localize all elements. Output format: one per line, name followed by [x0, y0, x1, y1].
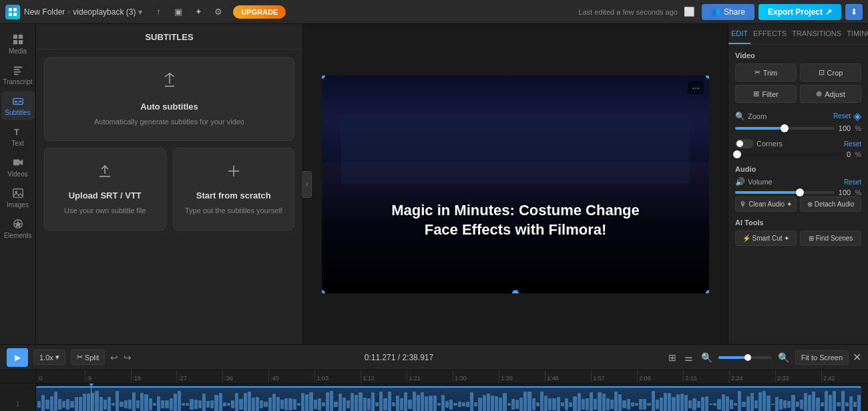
tab-timing[interactable]: TIMING — [844, 24, 868, 44]
folder-name[interactable]: New Folder — [24, 7, 65, 17]
undo-button[interactable]: ↩ — [110, 352, 118, 363]
monitor-icon[interactable]: ▣ — [170, 4, 186, 20]
corner-handle-br[interactable] — [706, 290, 709, 293]
zoom-reset[interactable]: Reset — [833, 112, 851, 120]
adjust-button[interactable]: ⊕ Adjust — [800, 85, 861, 103]
sidebar-item-transcript[interactable]: Transcript — [1, 60, 35, 90]
share-button[interactable]: 👥 Share — [702, 4, 754, 20]
audio-section: Audio 🔊 Volume Reset 10 — [735, 165, 861, 212]
timeline-track[interactable]: // Generate waveform bars const wf = doc… — [36, 384, 868, 411]
sparkle-icon[interactable]: ✦ — [190, 4, 206, 20]
crop-button[interactable]: ⊡ Crop — [800, 63, 861, 82]
zoom-thumb[interactable] — [744, 354, 751, 361]
volume-track[interactable] — [735, 191, 835, 194]
smart-cut-button[interactable]: ⚡ Smart Cut ✦ — [735, 231, 797, 246]
chevron-down-icon[interactable]: ▾ — [138, 7, 142, 17]
upload-icon[interactable]: ↑ — [150, 4, 166, 20]
zoom-value: 100 — [839, 124, 851, 132]
volume-reset[interactable]: Reset — [844, 178, 861, 186]
zoom-thumb[interactable] — [781, 124, 789, 132]
ai-buttons: ⚡ Smart Cut ✦ ⊞ Find Scenes — [735, 231, 861, 246]
sidebar: Media Transcript Subtitles T Text Videos… — [0, 24, 36, 344]
ruler-mark: 2:15 — [684, 370, 730, 383]
svg-rect-13 — [14, 101, 17, 102]
detach-audio-button[interactable]: ⊗ Detach Audio — [800, 196, 861, 212]
ruler-mark: 1:48 — [546, 370, 592, 383]
svg-rect-10 — [13, 72, 21, 73]
svg-rect-5 — [18, 35, 22, 39]
project-name[interactable]: videoplayback (3) — [73, 7, 136, 17]
sidebar-item-media[interactable]: Media — [1, 29, 35, 59]
subtitle-cards-row: Upload SRT / VTT Use your own subtitle f… — [44, 148, 294, 230]
scratch-title: Start from scratch — [196, 190, 271, 200]
filter-button[interactable]: ⊞ Filter — [735, 85, 797, 103]
ruler-mark: :27 — [177, 370, 223, 383]
ruler-mark: :0 — [36, 370, 85, 383]
upload-srt-card[interactable]: Upload SRT / VTT Use your own subtitle f… — [44, 148, 166, 230]
video-more-button[interactable]: ··· — [688, 81, 704, 94]
svg-rect-6 — [13, 40, 17, 44]
tab-edit[interactable]: EDIT — [728, 24, 750, 44]
settings-icon[interactable]: ⚙ — [210, 4, 226, 20]
corners-track[interactable] — [735, 153, 843, 156]
trim-button[interactable]: ✂ Trim — [735, 63, 797, 82]
sidebar-item-images[interactable]: Images — [1, 183, 35, 213]
sidebar-item-elements[interactable]: Elements — [1, 214, 35, 243]
sidebar-item-subtitles[interactable]: Subtitles — [1, 91, 35, 120]
volume-slider-section: 🔊 Volume Reset 100 % — [735, 177, 861, 196]
auto-subtitles-card[interactable]: Auto subtitles Automatically generate su… — [44, 57, 294, 141]
ai-tools-section: AI Tools ⚡ Smart Cut ✦ ⊞ Find Scenes — [735, 219, 861, 246]
video-subtitle-text: Magic in Minutes: Costume Change Face Ef… — [322, 201, 709, 239]
auto-subtitles-title: Auto subtitles — [140, 102, 198, 112]
speed-button[interactable]: 1.0x ▾ — [33, 350, 65, 365]
tab-effects[interactable]: EFFECTS — [750, 24, 789, 44]
clean-audio-button[interactable]: 🎙 Clean Audio ✦ — [735, 196, 797, 212]
clean-audio-icon: 🎙 — [740, 200, 746, 208]
track-settings-button[interactable]: ⚌ — [682, 350, 695, 365]
svg-rect-17 — [13, 160, 19, 166]
corners-reset[interactable]: Reset — [844, 140, 861, 148]
track-number: 1 — [0, 384, 35, 411]
upload-srt-desc: Use your own subtitle file — [64, 206, 146, 216]
ruler-mark: 1:39 — [499, 370, 546, 383]
find-scenes-button[interactable]: ⊞ Find Scenes — [800, 231, 861, 246]
play-button[interactable]: ▶ — [7, 348, 28, 367]
playhead[interactable] — [91, 384, 91, 411]
topbar-icons: ↑ ▣ ✦ ⚙ — [150, 4, 226, 20]
timeline-gutter: 1 — [0, 370, 36, 411]
sidebar-text-label: Text — [11, 140, 23, 147]
detach-audio-icon: ⊗ — [807, 200, 813, 208]
ruler-mark: 2:24 — [730, 370, 776, 383]
sidebar-item-videos[interactable]: Videos — [1, 152, 35, 182]
svg-rect-14 — [18, 101, 21, 102]
zoom-out-button[interactable]: 🔍 — [699, 350, 714, 365]
redo-button[interactable]: ↪ — [124, 352, 132, 363]
video-background — [322, 76, 709, 293]
corner-handle-tr[interactable] — [706, 76, 709, 79]
zoom-in-button[interactable]: 🔍 — [776, 350, 791, 365]
scratch-card[interactable]: Start from scratch Type out the subtitle… — [173, 148, 295, 230]
screen-record-icon[interactable]: ⬜ — [682, 4, 698, 20]
waveform: // Generate waveform bars const wf = doc… — [36, 388, 861, 411]
app-logo — [5, 5, 20, 19]
volume-thumb[interactable] — [796, 188, 804, 196]
tab-transitions[interactable]: TRANSITIONS — [789, 24, 844, 44]
download-button[interactable]: ⬇ — [845, 4, 863, 20]
corners-toggle[interactable] — [735, 139, 754, 148]
corners-thumb[interactable] — [733, 150, 741, 158]
export-button[interactable]: Export Project ↗ — [758, 4, 841, 20]
zoom-track[interactable] — [718, 356, 772, 359]
timeline-zoom-slider — [718, 356, 772, 359]
collapse-panel-button[interactable]: ‹ — [302, 171, 312, 198]
collapse-tracks-button[interactable]: ⊞ — [666, 350, 678, 365]
fit-to-screen-button[interactable]: Fit to Screen — [795, 350, 849, 365]
upgrade-button[interactable]: UPGRADE — [233, 5, 286, 19]
zoom-track[interactable] — [735, 127, 835, 130]
right-content: Video ✂ Trim ⊡ Crop ⊞ Filter ⊕ — [728, 45, 868, 253]
breadcrumb: New Folder › videoplayback (3) ▾ — [24, 7, 142, 17]
sidebar-item-text[interactable]: T Text — [1, 122, 35, 151]
close-timeline-button[interactable]: ✕ — [853, 351, 861, 364]
split-button[interactable]: ✂ Split — [71, 350, 105, 365]
center-handle[interactable] — [512, 290, 519, 293]
timeline-clip[interactable]: // Generate waveform bars const wf = doc… — [36, 386, 861, 411]
